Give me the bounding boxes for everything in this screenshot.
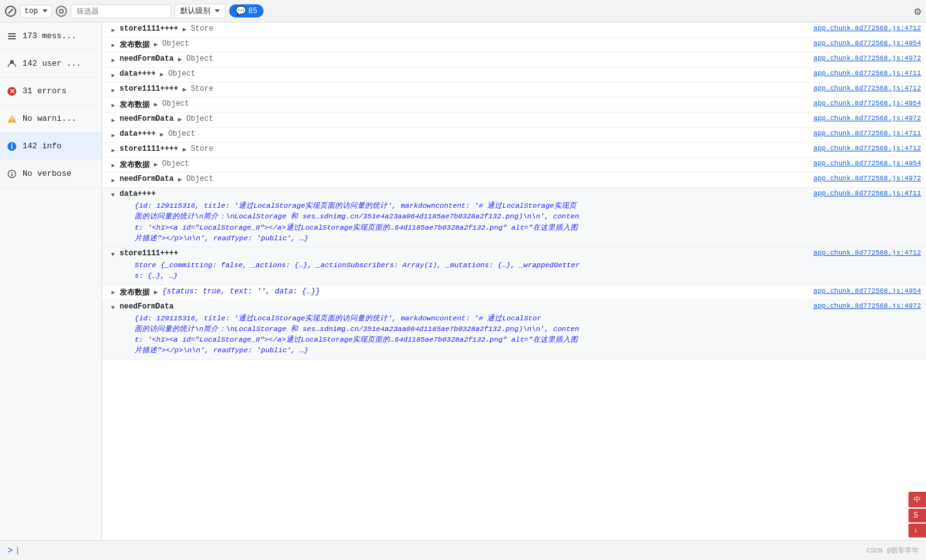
sidebar-item-warnings[interactable]: ! No warni... [0, 105, 101, 133]
chevron-down-icon [215, 9, 220, 13]
sidebar: 173 mess... 142 user ... ✕ 31 errors ! N… [0, 23, 102, 540]
eye-icon[interactable] [56, 6, 67, 17]
log-link[interactable]: app.chunk.8d772568.js:4972 [813, 175, 921, 182]
chevron-down-icon [43, 9, 48, 13]
sidebar-item-errors[interactable]: ✕ 31 errors [0, 78, 101, 105]
log-key: needFormData [120, 302, 173, 311]
log-arrow[interactable]: ▶ [181, 145, 188, 155]
log-link[interactable]: app.chunk.8d772568.js:4711 [813, 69, 921, 77]
log-row-body: Store {_committing: false, _actions: {…}… [110, 258, 921, 283]
log-content: ▶ store1111++++ ▶ Store [110, 24, 813, 34]
log-arrow[interactable]: ▶ [152, 99, 160, 109]
log-key: store1111++++ [120, 249, 178, 258]
log-key: needFormData [120, 115, 173, 123]
message-count-badge[interactable]: 💬 85 [229, 4, 264, 18]
log-row: ▶ 发布数据 ▶ Object app.chunk.8d772568.js:49… [102, 158, 926, 173]
log-link[interactable]: app.chunk.8d772568.js:4711 [813, 130, 921, 137]
sidebar-item-verbose[interactable]: No verbose [0, 160, 101, 188]
log-link[interactable]: app.chunk.8d772568.js:4972 [813, 302, 921, 310]
log-link[interactable]: app.chunk.8d772568.js:4712 [813, 145, 921, 152]
log-link[interactable]: app.chunk.8d772568.js:4972 [813, 115, 921, 122]
log-link[interactable]: app.chunk.8d772568.js:4954 [813, 160, 921, 167]
prompt-icon: > [8, 546, 13, 556]
eye-pupil [59, 9, 64, 14]
expand-toggle[interactable]: ▶ [110, 131, 117, 139]
log-content: ▶ 发布数据 ▶ {status: true, text: '', data: … [110, 287, 813, 298]
expand-toggle[interactable]: ▶ [110, 146, 117, 154]
log-content: ▶ 发布数据 ▶ Object [110, 160, 813, 170]
log-arrow[interactable]: ▶ [152, 160, 160, 170]
expand-toggle[interactable]: ▶ [110, 289, 117, 297]
log-key: 发布数据 [120, 160, 150, 170]
log-content: ▶ needFormData ▶ Object [110, 175, 813, 185]
sidebar-item-messages[interactable]: 173 mess... [0, 23, 101, 50]
log-area[interactable]: ▶ store1111++++ ▶ Store app.chunk.8d7725… [102, 23, 926, 540]
log-type: Object [186, 54, 213, 63]
float-btn-s[interactable]: S [908, 509, 926, 522]
expand-toggle[interactable]: ▶ [110, 71, 117, 79]
log-link[interactable]: app.chunk.8d772568.js:4711 [813, 190, 921, 197]
expand-toggle[interactable]: ▶ [110, 176, 117, 184]
log-arrow[interactable]: ▶ [176, 54, 183, 64]
float-btn-zh[interactable]: 中 [908, 492, 926, 507]
sidebar-item-user[interactable]: 142 user ... [0, 50, 101, 78]
block-icon [5, 6, 16, 17]
expand-toggle[interactable]: ▶ [110, 41, 117, 49]
float-btn-arrow[interactable]: ↓ [908, 524, 926, 537]
log-content: ▶ data++++ ▶ Object [110, 69, 813, 79]
expand-toggle[interactable]: ▶ [110, 304, 117, 312]
expand-toggle[interactable]: ▶ [110, 101, 117, 109]
gear-icon[interactable]: ⚙ [914, 4, 921, 18]
log-row: ▶ 发布数据 ▶ {status: true, text: '', data: … [102, 285, 926, 300]
log-arrow[interactable]: ▶ [181, 84, 188, 94]
log-link[interactable]: app.chunk.8d772568.js:4712 [813, 24, 921, 32]
expand-toggle[interactable]: ▶ [110, 26, 117, 34]
watermark: CSDN @极客李华 [866, 546, 918, 555]
float-buttons: 中 S ↓ [908, 492, 926, 537]
verbose-icon [6, 168, 18, 180]
expand-toggle[interactable]: ▶ [110, 251, 117, 258]
expand-toggle[interactable]: ▶ [110, 86, 117, 94]
sidebar-item-label: No warni... [23, 114, 76, 123]
log-type: Object [162, 39, 189, 48]
log-link[interactable]: app.chunk.8d772568.js:4712 [813, 249, 921, 257]
log-row: ▶ 发布数据 ▶ Object app.chunk.8d772568.js:49… [102, 98, 926, 113]
expand-toggle[interactable]: ▶ [110, 161, 117, 169]
log-row-expanded: ▶ store1111++++ app.chunk.8d772568.js:47… [102, 247, 926, 285]
svg-rect-1 [8, 36, 16, 37]
log-arrow[interactable]: ▶ [176, 115, 183, 125]
log-link[interactable]: app.chunk.8d772568.js:4954 [813, 99, 921, 107]
expand-toggle[interactable]: ▶ [110, 116, 117, 124]
log-row-expanded: ▶ data++++ app.chunk.8d772568.js:4711 {i… [102, 188, 926, 247]
log-link[interactable]: app.chunk.8d772568.js:4712 [813, 84, 921, 92]
log-arrow[interactable]: ▶ [152, 287, 160, 297]
filter-input[interactable] [71, 4, 171, 18]
log-link[interactable]: app.chunk.8d772568.js:4954 [813, 39, 921, 47]
log-arrow[interactable]: ▶ [152, 39, 160, 49]
default-level-label: 默认级别 [180, 6, 210, 16]
log-link[interactable]: app.chunk.8d772568.js:4954 [813, 287, 921, 295]
log-key: data++++ [120, 69, 156, 78]
log-arrow[interactable]: ▶ [181, 24, 188, 34]
svg-text:i: i [11, 142, 13, 151]
log-row: ▶ needFormData ▶ Object app.chunk.8d7725… [102, 53, 926, 68]
log-content: ▶ store1111++++ ▶ Store [110, 145, 813, 155]
log-arrow[interactable]: ▶ [176, 175, 183, 185]
log-expanded-text: Store {_committing: false, _actions: {…}… [122, 258, 921, 283]
log-row: ▶ data++++ ▶ Object app.chunk.8d772568.j… [102, 128, 926, 143]
expand-toggle[interactable]: ▶ [110, 56, 117, 64]
svg-point-11 [11, 172, 13, 173]
expand-toggle[interactable]: ▶ [110, 191, 117, 199]
svg-rect-0 [8, 33, 16, 34]
console-cursor[interactable]: | [15, 546, 19, 555]
log-arrow[interactable]: ▶ [158, 69, 166, 79]
info-icon: i [6, 141, 18, 152]
default-level-selector[interactable]: 默认级别 [175, 4, 225, 18]
log-arrow[interactable]: ▶ [158, 130, 166, 140]
log-key: needFormData [120, 175, 173, 183]
log-type: Object [186, 175, 213, 183]
level-selector[interactable]: top [20, 5, 52, 18]
log-row-top: ▶ store1111++++ app.chunk.8d772568.js:47… [110, 249, 921, 258]
log-link[interactable]: app.chunk.8d772568.js:4972 [813, 54, 921, 62]
sidebar-item-info[interactable]: i 142 info [0, 133, 101, 160]
